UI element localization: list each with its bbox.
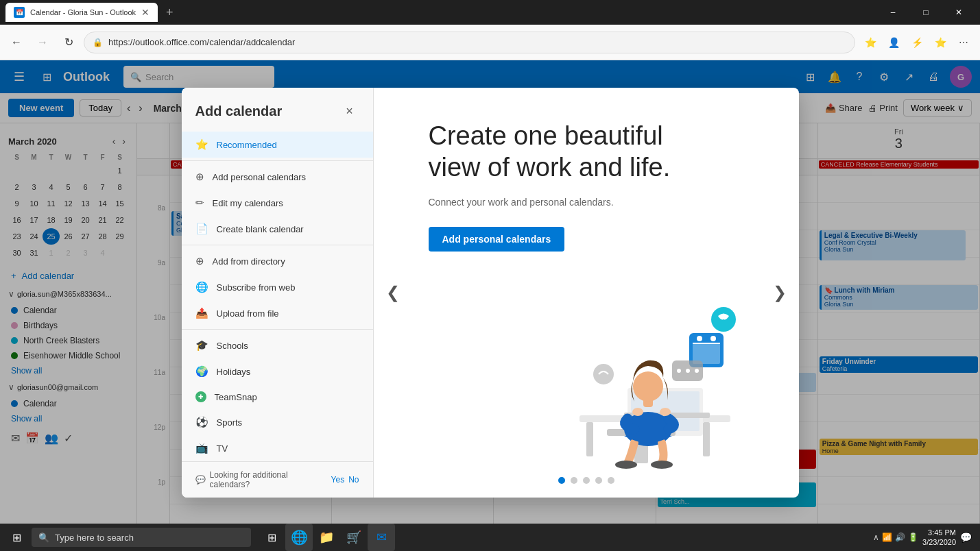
dialog-divider-2 <box>182 245 373 245</box>
svg-point-21 <box>686 369 690 373</box>
dialog-nav-schools[interactable]: 🎓 Schools <box>182 332 373 358</box>
nav-label-holidays: Holidays <box>217 367 251 377</box>
dot-4[interactable] <box>595 477 602 484</box>
svg-point-16 <box>697 336 702 341</box>
recommended-icon: ⭐ <box>195 138 208 151</box>
profile-icon[interactable]: 👤 <box>883 32 905 53</box>
extensions-icon2[interactable]: ⚡ <box>906 32 928 53</box>
svg-point-25 <box>651 461 673 469</box>
add-personal-icon: ⊕ <box>195 171 204 183</box>
nav-label-add-personal: Add personal calendars <box>213 172 307 182</box>
nav-label-upload: Upload from file <box>217 308 279 319</box>
volume-icon[interactable]: 🔊 <box>895 532 905 542</box>
tab-title: Calendar - Gloria Sun - Outlook <box>30 8 136 16</box>
dialog-nav-edit[interactable]: ✏ Edit my calendars <box>182 190 373 216</box>
dialog-nav-subscribe[interactable]: 🌐 Subscribe from web <box>182 274 373 300</box>
browser-chrome: 📅 Calendar - Gloria Sun - Outlook ✕ + – … <box>0 0 980 25</box>
network-icon[interactable]: 📶 <box>882 532 892 542</box>
dialog-description: Connect your work and personal calendars… <box>429 197 744 208</box>
taskbar-search-icon: 🔍 <box>38 532 49 543</box>
sports-icon: ⚽ <box>195 416 208 428</box>
svg-point-9 <box>632 408 643 416</box>
lock-icon: 🔒 <box>93 38 103 47</box>
headline-line2: view of work and life. <box>429 153 671 182</box>
url-text: https://outlook.office.com/calendar/addc… <box>108 37 295 47</box>
tab-close-icon[interactable]: ✕ <box>141 7 150 18</box>
holidays-icon: 🌍 <box>195 365 208 378</box>
browser-toolbar-icons: ⭐ 👤 ⚡ ⭐ ⋯ <box>859 32 975 53</box>
dialog-divider-3 <box>182 329 373 330</box>
forward-button[interactable]: → <box>32 32 53 53</box>
dialog-nav-holidays[interactable]: 🌍 Holidays <box>182 358 373 384</box>
up-arrow-icon[interactable]: ∧ <box>873 532 879 542</box>
dialog-close-button[interactable]: × <box>340 101 359 121</box>
nav-label-recommended: Recommended <box>217 140 277 150</box>
minimize-button[interactable]: – <box>877 1 909 23</box>
svg-rect-2 <box>703 422 710 456</box>
footer-text: Looking for additional calendars? <box>210 470 324 489</box>
clock-area[interactable]: 3:45 PM 3/23/2020 <box>922 528 956 548</box>
carousel-prev-button[interactable]: ❮ <box>381 278 405 308</box>
dialog-illustration <box>566 278 744 470</box>
subscribe-icon: 🌐 <box>195 281 208 293</box>
action-center-icon[interactable]: 💬 <box>960 532 972 543</box>
battery-icon[interactable]: 🔋 <box>908 532 918 542</box>
footer-no[interactable]: No <box>348 475 359 485</box>
back-button[interactable]: ← <box>5 32 27 53</box>
add-personal-calendars-button[interactable]: Add personal calendars <box>429 227 565 252</box>
dialog-nav-tv[interactable]: 📺 TV <box>182 435 373 461</box>
create-blank-icon: 📄 <box>195 223 208 235</box>
store-button[interactable]: 🛒 <box>340 524 368 551</box>
teamsnap-icon: ✚ <box>195 391 206 402</box>
edge-browser-button[interactable]: 🌐 <box>285 524 313 551</box>
tv-icon: 📺 <box>195 442 208 454</box>
dialog-headline: Create one beautiful view of work and li… <box>429 121 744 183</box>
browser-tab[interactable]: 📅 Calendar - Gloria Sun - Outlook ✕ <box>5 3 158 22</box>
taskbar-search-bar[interactable]: 🔍 Type here to search <box>32 528 251 547</box>
dialog-nav-teamsnap[interactable]: ✚ TeamSnap <box>182 384 373 409</box>
footer-yes[interactable]: Yes <box>331 475 345 485</box>
close-button[interactable]: ✕ <box>943 1 975 23</box>
maximize-button[interactable]: □ <box>910 1 942 23</box>
svg-point-20 <box>677 369 681 373</box>
dialog-nav-recommended[interactable]: ⭐ Recommended <box>182 132 373 158</box>
dot-2[interactable] <box>571 477 577 484</box>
dialog-divider-1 <box>182 160 373 161</box>
taskbar: ⊞ 🔍 Type here to search ⊞ 🌐 📁 🛒 ✉ ∧ 📶 🔊 … <box>0 524 980 551</box>
taskview-button[interactable]: ⊞ <box>258 524 285 551</box>
dot-1[interactable] <box>558 477 565 484</box>
extensions-icon[interactable]: ⭐ <box>859 32 881 53</box>
headline-line1: Create one beautiful <box>429 121 663 150</box>
nav-label-teamsnap: TeamSnap <box>215 392 257 402</box>
start-button[interactable]: ⊞ <box>3 524 30 551</box>
dot-3[interactable] <box>583 477 590 484</box>
dialog-nav-create-blank[interactable]: 📄 Create blank calendar <box>182 216 373 242</box>
dialog-sidebar: Add calendar × ⭐ Recommended ⊕ Add perso… <box>182 88 374 498</box>
new-tab-button[interactable]: + <box>160 5 179 20</box>
clock-date: 3/23/2020 <box>922 537 956 547</box>
address-bar[interactable]: 🔒 https://outlook.office.com/calendar/ad… <box>84 32 855 53</box>
svg-point-10 <box>660 408 671 416</box>
info-icon: 💬 <box>195 475 206 485</box>
add-calendar-dialog: Add calendar × ⭐ Recommended ⊕ Add perso… <box>182 88 799 498</box>
refresh-button[interactable]: ↻ <box>58 32 80 53</box>
dot-5[interactable] <box>608 477 614 484</box>
svg-point-24 <box>615 461 637 469</box>
taskbar-right-area: ∧ 📶 🔊 🔋 3:45 PM 3/23/2020 💬 <box>873 528 977 548</box>
dialog-nav-upload[interactable]: 📤 Upload from file <box>182 300 373 326</box>
edit-icon: ✏ <box>195 197 204 209</box>
sys-tray-icons: ∧ 📶 🔊 🔋 <box>873 532 918 542</box>
carousel-next-button[interactable]: ❯ <box>767 278 792 308</box>
address-bar-row: ← → ↻ 🔒 https://outlook.office.com/calen… <box>0 25 980 60</box>
more-icon[interactable]: ⋯ <box>953 32 975 53</box>
file-explorer-button[interactable]: 📁 <box>313 524 340 551</box>
mail-app-button[interactable]: ✉ <box>368 524 395 551</box>
favorites-icon[interactable]: ⭐ <box>929 32 951 53</box>
dialog-nav-sports[interactable]: ⚽ Sports <box>182 409 373 435</box>
dialog-nav-add-personal[interactable]: ⊕ Add personal calendars <box>182 164 373 190</box>
svg-rect-1 <box>586 422 593 456</box>
dialog-nav-directory[interactable]: ⊕ Add from directory <box>182 248 373 274</box>
tab-favicon: 📅 <box>14 7 25 18</box>
clock-time: 3:45 PM <box>922 528 956 537</box>
dialog-title-row: Add calendar × <box>182 88 373 132</box>
